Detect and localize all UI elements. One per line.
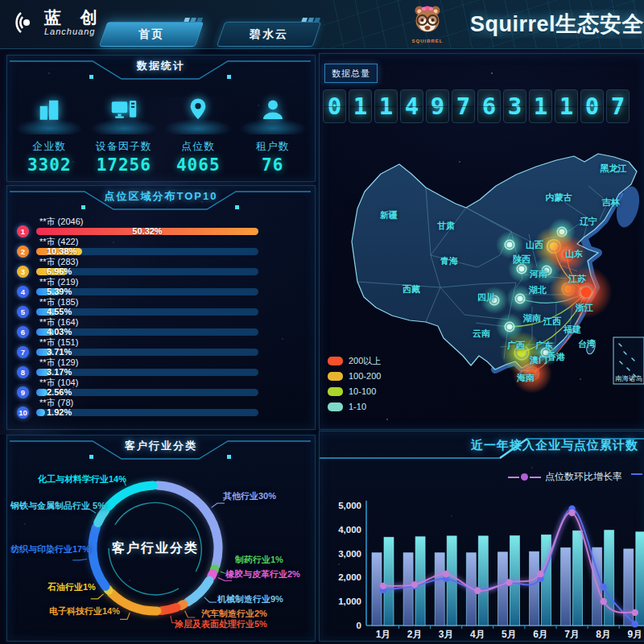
bar-enterprise[interactable]: [561, 547, 571, 625]
counter-digit: 0: [323, 89, 346, 123]
y-axis-tick: 1,000: [338, 597, 361, 606]
user-icon: [236, 85, 310, 134]
counter-digit: 1: [374, 89, 398, 123]
donut-connector: [185, 611, 196, 617]
legend-label: 200以上: [349, 355, 381, 367]
top10-row: **市 (219)45.39%: [17, 277, 305, 297]
stat-label: 设备因子数: [87, 139, 161, 154]
map-legend-item[interactable]: 200以上: [328, 353, 381, 368]
stat-device-factors: 设备因子数 17256: [87, 85, 161, 175]
bar-enterprise[interactable]: [403, 553, 413, 625]
heat-spot-core: [518, 296, 523, 302]
top10-bar-list: **市 (2046)150.32%**市 (422)210.38%**市 (28…: [7, 213, 315, 418]
line-purple-marker[interactable]: [411, 581, 418, 588]
line-purple-marker[interactable]: [443, 571, 449, 577]
bar-enterprise[interactable]: [497, 552, 507, 625]
line-blue-marker[interactable]: [632, 621, 638, 627]
province-label: 澳门: [530, 355, 547, 365]
donut-slice-label: 机械制造行业9%: [217, 593, 283, 605]
line-purple-marker[interactable]: [474, 588, 481, 594]
x-axis-label: 7月: [564, 629, 580, 640]
donut-connector: [72, 559, 87, 560]
bar-point[interactable]: [384, 537, 394, 625]
donut-slice[interactable]: [162, 608, 176, 611]
stats-row: 企业数 3302 设备因子数 17256: [7, 83, 315, 175]
province-label: 福建: [563, 324, 581, 334]
rank-badge: 9: [17, 386, 29, 398]
donut-slice-label: 电子科技行业14%: [49, 605, 120, 617]
province-label: 浙江: [575, 303, 593, 312]
logo-cn-text: 蓝 创: [44, 9, 105, 27]
top10-row-label: **市 (422): [39, 237, 305, 247]
bar-enterprise[interactable]: [435, 553, 444, 625]
province-label: 湖北: [528, 285, 547, 295]
bar-track: 4.55%: [36, 308, 258, 316]
panel-header: 点位区域分布TOP10: [7, 186, 315, 213]
province-label: 四川: [477, 292, 495, 302]
top10-row: **市 (104)92.56%: [17, 378, 305, 398]
map-legend-item[interactable]: 10-100: [328, 384, 381, 398]
rank-badge: 7: [17, 346, 29, 358]
top10-row: **市 (164)64.03%: [17, 317, 305, 337]
line-purple-marker[interactable]: [380, 583, 386, 589]
tab-home[interactable]: 首页: [99, 22, 204, 47]
top10-row: **市 (129)83.17%: [17, 357, 305, 378]
line-purple-marker[interactable]: [506, 579, 512, 585]
stat-value: 3302: [12, 155, 86, 175]
stat-tenants: 租户数 76: [236, 85, 310, 175]
rank-badge: 5: [17, 306, 29, 318]
top10-row-bar: 150.32%: [17, 227, 305, 236]
panel-title: 客户行业分类: [7, 436, 315, 456]
province-label: 广东: [535, 341, 553, 350]
panel-map: 数据总量 011497631107: [319, 53, 644, 430]
bar-point[interactable]: [478, 536, 488, 625]
province-label: 湖南: [522, 313, 541, 323]
stat-value: 17256: [87, 155, 161, 175]
rank-badge: 10: [17, 407, 29, 419]
panel-industry-donut: 客户行业分类 客户行业分类 其他行业30%制药行业1%橡胶与皮革行业2%机械制造…: [6, 435, 316, 642]
line-purple-marker[interactable]: [632, 609, 638, 616]
bar-track: 5.39%: [36, 288, 258, 295]
bar-point[interactable]: [605, 530, 614, 625]
province-label: 甘肃: [437, 221, 455, 230]
top10-row-label: **市 (151): [39, 337, 305, 348]
top10-row: **市 (283)36.96%: [17, 257, 305, 277]
line-purple-marker[interactable]: [568, 510, 575, 516]
bar-value-label: 6.96%: [47, 266, 72, 277]
province-label: 青海: [440, 256, 458, 266]
donut-slice[interactable]: [212, 574, 213, 576]
heat-spot-core: [507, 242, 513, 248]
panel-title: 点位区域分布TOP10: [7, 186, 315, 207]
line-purple-marker[interactable]: [601, 598, 607, 605]
line-purple-marker[interactable]: [537, 571, 543, 577]
donut-slice[interactable]: [181, 605, 184, 606]
line-blue-marker[interactable]: [601, 584, 607, 590]
app-header: 蓝 创 Lanchuang 首页 碧水云: [0, 0, 644, 49]
bar-value-label: 2.56%: [47, 387, 72, 398]
map-legend-item[interactable]: 1-10: [328, 399, 381, 414]
bar-point[interactable]: [573, 530, 583, 625]
top10-row-bar: 36.96%: [17, 267, 305, 276]
counter-digit: 7: [606, 89, 630, 123]
heat-spot-core: [519, 266, 525, 272]
bar-fill: [36, 389, 47, 396]
x-axis-label: 4月: [470, 629, 485, 640]
donut-slice-label: 涂层及表面处理行业5%: [175, 618, 267, 630]
province-label: 西藏: [402, 284, 420, 294]
province-label: 江苏: [568, 274, 587, 283]
legend-label: 100-200: [349, 371, 381, 381]
map-legend-item[interactable]: 100-200: [328, 369, 381, 383]
tab-bishuiyun[interactable]: 碧水云: [217, 22, 322, 47]
province-label: 河南: [529, 269, 547, 279]
app-logo: 蓝 创 Lanchuang: [10, 6, 105, 39]
donut-center-label: 客户行业分类: [91, 540, 220, 557]
squirrel-mascot-icon: SQUIRREL: [407, 3, 448, 43]
bar-track: 3.17%: [36, 369, 258, 376]
mascot-label: SQUIRREL: [407, 39, 448, 43]
bar-enterprise[interactable]: [530, 551, 539, 625]
province-label: 江西: [543, 316, 562, 326]
bar-fill: [36, 409, 45, 416]
rank-badge: 6: [17, 326, 29, 338]
stat-value: 4065: [161, 155, 235, 175]
bar-value-label: 10.38%: [47, 246, 76, 257]
